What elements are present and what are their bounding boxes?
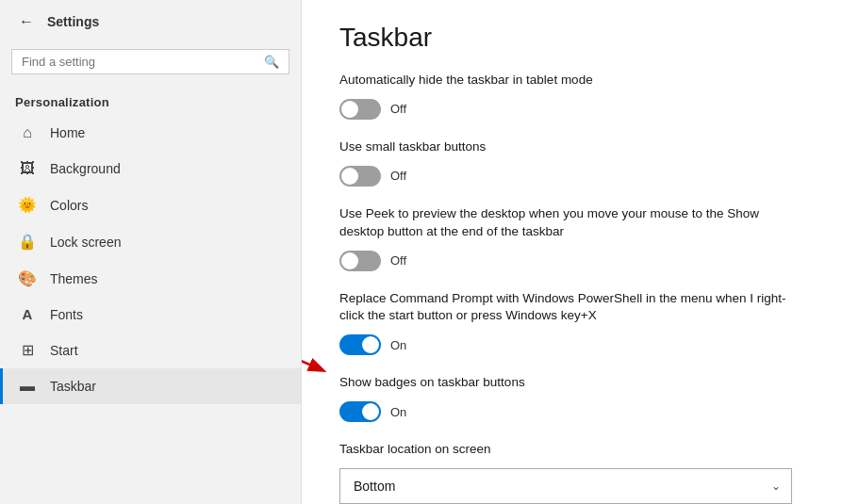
setting-show-badges: Show badges on taskbar buttons On [339, 374, 804, 422]
toggle-auto-hide-tablet[interactable] [339, 99, 381, 120]
setting-label-show-badges: Show badges on taskbar buttons [339, 374, 792, 392]
sidebar-item-taskbar[interactable]: ▬ Taskbar [0, 368, 301, 404]
themes-icon: 🎨 [18, 269, 37, 287]
sidebar-item-home[interactable]: ⌂ Home [0, 115, 301, 151]
colors-icon: 🌞 [18, 196, 37, 214]
setting-label-replace-cmd: Replace Command Prompt with Windows Powe… [339, 290, 792, 326]
toggle-row-show-badges: On [339, 401, 804, 422]
toggle-status-auto-hide-tablet: Off [390, 102, 406, 116]
toggle-replace-cmd[interactable] [339, 334, 381, 355]
sidebar-item-themes[interactable]: 🎨 Themes [0, 260, 301, 297]
search-input[interactable] [22, 55, 264, 69]
sidebar-item-label-lock-screen: Lock screen [50, 235, 121, 250]
sidebar-item-start[interactable]: ⊞ Start [0, 332, 301, 368]
toggle-peek-preview[interactable] [339, 251, 381, 271]
toggle-show-badges[interactable] [339, 401, 381, 422]
setting-label-auto-hide-tablet: Automatically hide the taskbar in tablet… [339, 72, 792, 89]
dropdown-wrapper-taskbar-location: Bottom Top Left Right ⌄ [339, 468, 792, 504]
svg-line-1 [302, 347, 322, 370]
sidebar-title: Settings [47, 14, 99, 29]
sidebar-header: ← Settings [0, 0, 301, 43]
toggle-knob-peek-preview [341, 252, 358, 269]
sidebar-item-lock-screen[interactable]: 🔒 Lock screen [0, 223, 301, 260]
sidebar-item-label-start: Start [50, 343, 78, 358]
sidebar-item-colors[interactable]: 🌞 Colors [0, 187, 301, 223]
sidebar-item-background[interactable]: 🖼 Background [0, 151, 301, 187]
toggle-status-show-badges: On [390, 405, 406, 419]
setting-peek-preview: Use Peek to preview the desktop when you… [339, 205, 804, 271]
toggle-status-replace-cmd: On [390, 338, 406, 352]
background-icon: 🖼 [18, 160, 37, 177]
toggle-knob-replace-cmd [362, 336, 379, 353]
toggle-row-replace-cmd: On [339, 334, 804, 355]
back-button[interactable]: ← [15, 9, 38, 34]
taskbar-location-select[interactable]: Bottom Top Left Right [339, 468, 792, 504]
sidebar-item-label-themes: Themes [50, 271, 98, 286]
toggle-row-peek-preview: Off [339, 251, 804, 271]
toggle-row-auto-hide-tablet: Off [339, 99, 804, 120]
sidebar-item-fonts[interactable]: A Fonts [0, 297, 301, 332]
page-title: Taskbar [339, 23, 804, 53]
sidebar-item-label-home: Home [50, 125, 85, 140]
annotation-arrow [302, 342, 330, 380]
toggle-knob-auto-hide-tablet [341, 101, 358, 118]
sidebar: ← Settings 🔍 Personalization ⌂ Home 🖼 Ba… [0, 0, 302, 504]
sidebar-item-label-background: Background [50, 161, 121, 176]
setting-replace-cmd: Replace Command Prompt with Windows Powe… [339, 290, 804, 356]
sidebar-item-label-taskbar: Taskbar [50, 379, 96, 394]
search-box[interactable]: 🔍 [11, 49, 289, 74]
toggle-row-small-buttons: Off [339, 166, 804, 187]
sidebar-item-label-colors: Colors [50, 198, 88, 213]
lock-icon: 🔒 [18, 233, 37, 251]
toggle-status-small-buttons: Off [390, 169, 406, 183]
sidebar-item-label-fonts: Fonts [50, 307, 83, 322]
main-content: Taskbar Automatically hide the taskbar i… [302, 0, 842, 504]
setting-label-small-buttons: Use small taskbar buttons [339, 138, 792, 156]
toggle-knob-small-buttons [341, 168, 358, 185]
setting-label-taskbar-location: Taskbar location on screen [339, 441, 792, 459]
section-label: Personalization [0, 86, 301, 115]
start-icon: ⊞ [18, 341, 37, 359]
setting-small-buttons: Use small taskbar buttons Off [339, 138, 804, 187]
toggle-status-peek-preview: Off [390, 253, 406, 268]
search-icon: 🔍 [264, 55, 279, 69]
fonts-icon: A [18, 306, 37, 322]
toggle-knob-show-badges [362, 403, 379, 420]
home-icon: ⌂ [18, 124, 37, 141]
setting-auto-hide-tablet: Automatically hide the taskbar in tablet… [339, 72, 804, 120]
toggle-small-buttons[interactable] [339, 166, 381, 187]
taskbar-icon: ▬ [18, 378, 37, 395]
setting-taskbar-location: Taskbar location on screen Bottom Top Le… [339, 441, 804, 504]
setting-label-peek-preview: Use Peek to preview the desktop when you… [339, 205, 792, 241]
